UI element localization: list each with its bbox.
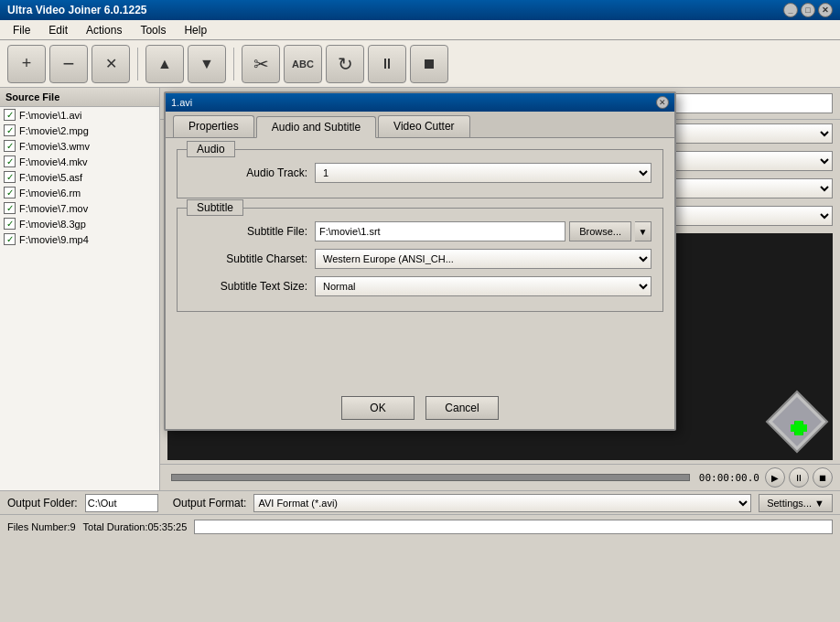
subtitle-file-label: Subtitle File:	[188, 225, 307, 238]
subtitle-file-input[interactable]	[315, 221, 565, 241]
ok-button[interactable]: OK	[341, 396, 415, 420]
dialog-title: 1.avi	[171, 97, 192, 108]
audio-track-row: Audio Track: 1 2 3	[188, 163, 652, 183]
dialog-footer: OK Cancel	[166, 387, 674, 429]
subtitle-charset-select[interactable]: Western Europe (ANSI_CH... UTF-8 UTF-16	[315, 249, 652, 269]
subtitle-text-size-select[interactable]: Normal Small Large	[315, 276, 652, 296]
subtitle-text-size-control: Normal Small Large	[315, 276, 652, 296]
subtitle-charset-control: Western Europe (ANSI_CH... UTF-8 UTF-16	[315, 249, 652, 269]
subtitle-section-label[interactable]: Subtitle	[187, 199, 243, 216]
cancel-button[interactable]: Cancel	[425, 396, 499, 420]
subtitle-charset-label: Subtitle Charset:	[188, 252, 307, 265]
tab-audio-subtitle[interactable]: Audio and Subtitle	[256, 116, 376, 138]
dialog-close-button[interactable]: ✕	[656, 96, 669, 109]
dialog-title-bar: 1.avi ✕	[166, 93, 674, 112]
subtitle-text-size-row: Subtitle Text Size: Normal Small Large	[188, 276, 652, 296]
audio-subtitle-dialog: 1.avi ✕ Properties Audio and Subtitle Vi…	[164, 91, 676, 431]
tab-video-cutter[interactable]: Video Cutter	[378, 115, 470, 137]
audio-section: Audio Audio Track: 1 2 3	[177, 149, 663, 198]
audio-section-label[interactable]: Audio	[187, 141, 235, 157]
tab-properties[interactable]: Properties	[173, 115, 254, 137]
subtitle-file-control: Browse... ▼	[315, 221, 652, 241]
audio-track-select[interactable]: 1 2 3	[315, 163, 652, 183]
subtitle-section: Subtitle Subtitle File: Browse... ▼ S	[177, 208, 663, 312]
dialog-overlay: 1.avi ✕ Properties Audio and Subtitle Vi…	[0, 0, 840, 622]
dialog-empty-area	[177, 321, 663, 376]
browse-dropdown-button[interactable]: ▼	[635, 221, 652, 241]
subtitle-charset-row: Subtitle Charset: Western Europe (ANSI_C…	[188, 249, 652, 269]
browse-button[interactable]: Browse...	[569, 221, 631, 241]
dialog-tabs: Properties Audio and Subtitle Video Cutt…	[166, 112, 674, 138]
subtitle-file-row: Subtitle File: Browse... ▼	[188, 221, 652, 241]
subtitle-text-size-label: Subtitle Text Size:	[188, 280, 307, 293]
dialog-content: Audio Audio Track: 1 2 3 Subtitl	[166, 138, 674, 387]
audio-track-control: 1 2 3	[315, 163, 652, 183]
audio-track-label: Audio Track:	[188, 166, 307, 179]
